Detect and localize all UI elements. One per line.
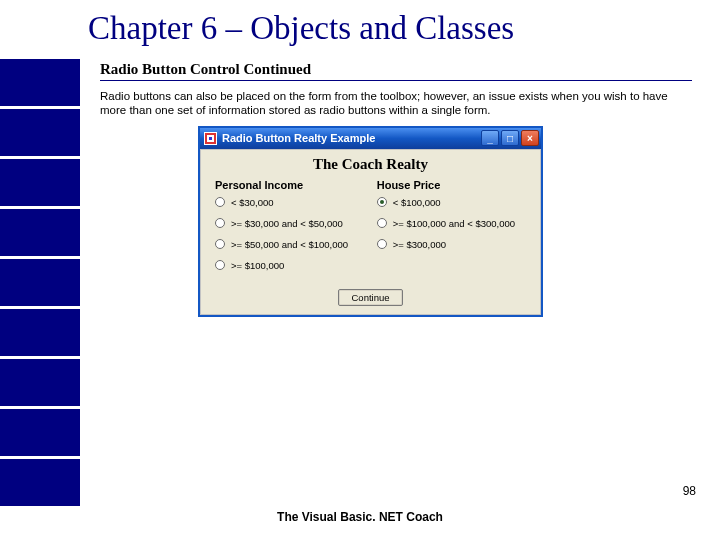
app-icon: [204, 132, 217, 145]
sidebar-accent-blocks: [0, 59, 80, 509]
window-title: Radio Button Realty Example: [222, 132, 481, 144]
radio-option[interactable]: >= $300,000: [377, 239, 526, 250]
radio-icon: [377, 239, 387, 249]
continue-button[interactable]: Continue: [338, 289, 402, 306]
radio-icon: [215, 218, 225, 228]
radio-icon: [215, 239, 225, 249]
footer-text: The Visual Basic. NET Coach: [0, 510, 720, 524]
chapter-title: Chapter 6 – Objects and Classes: [88, 10, 700, 47]
radio-option[interactable]: < $100,000: [377, 197, 526, 208]
titlebar[interactable]: Radio Button Realty Example _ □ ×: [200, 128, 541, 149]
example-window: Radio Button Realty Example _ □ × The Co…: [198, 126, 543, 317]
minimize-button[interactable]: _: [481, 130, 499, 146]
radio-option[interactable]: >= $50,000 and < $100,000: [215, 239, 364, 250]
radio-option[interactable]: >= $100,000 and < $300,000: [377, 218, 526, 229]
maximize-button[interactable]: □: [501, 130, 519, 146]
group-label-price: House Price: [377, 179, 526, 191]
window-client-area: The Coach Realty Personal Income < $30,0…: [200, 149, 541, 315]
radio-option[interactable]: >= $30,000 and < $50,000: [215, 218, 364, 229]
page-number: 98: [683, 484, 696, 498]
radio-icon: [377, 218, 387, 228]
group-personal-income: Personal Income < $30,000 >= $30,000 and…: [215, 179, 364, 281]
body-text: Radio buttons can also be placed on the …: [100, 89, 692, 118]
svg-rect-3: [209, 137, 212, 140]
radio-icon: [215, 260, 225, 270]
section-underline: [100, 80, 692, 81]
form-title: The Coach Realty: [209, 156, 532, 173]
close-button[interactable]: ×: [521, 130, 539, 146]
radio-icon: [377, 197, 387, 207]
section-subtitle: Radio Button Control Continued: [100, 61, 700, 78]
radio-option[interactable]: >= $100,000: [215, 260, 364, 271]
radio-icon: [215, 197, 225, 207]
group-label-income: Personal Income: [215, 179, 364, 191]
group-house-price: House Price < $100,000 >= $100,000 and <…: [377, 179, 526, 281]
radio-option[interactable]: < $30,000: [215, 197, 364, 208]
